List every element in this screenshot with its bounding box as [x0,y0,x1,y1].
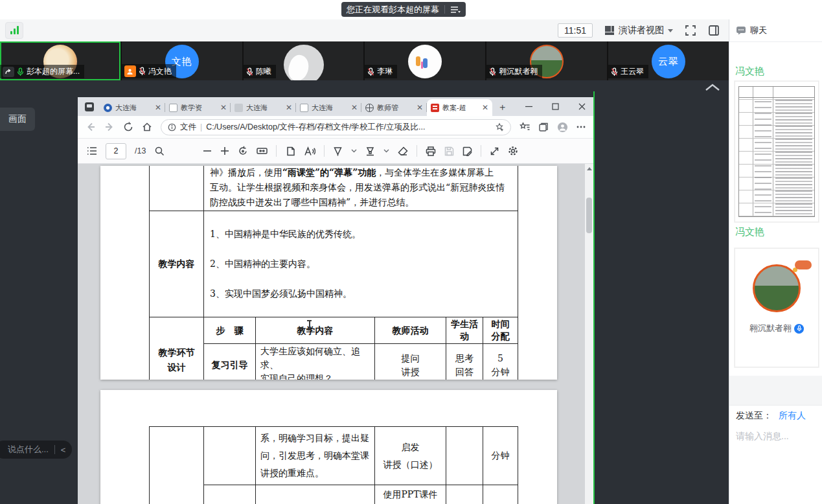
info-icon[interactable] [168,123,176,132]
browser-tab-3[interactable]: 大连海 ✕ [231,99,296,116]
profile-avatar-icon[interactable] [557,122,568,133]
draw-pen-chevron-icon[interactable] [351,149,357,153]
danmaku-divider [54,445,55,454]
avatar-caption: 翱沉默者翱 [749,323,792,334]
highlighter-icon[interactable] [365,146,375,156]
search-icon[interactable] [154,146,165,156]
tab-close-icon[interactable]: ✕ [220,104,227,111]
col-header-content: 教学内容 [256,317,375,344]
mic-muted-icon [139,67,146,76]
workspaces-icon[interactable] [84,102,95,112]
scroll-up-icon[interactable] [587,167,592,170]
video-tile-wangyuncui[interactable]: 云翠 王云翠 [608,41,729,80]
settings-gear-icon[interactable] [508,146,518,156]
chat-image-avatar[interactable]: 翱沉默者翱 [735,248,819,367]
window-minimize-button[interactable] [525,103,532,110]
row-header-teaching-content: 教学内容 [150,211,204,317]
danmaku-collapse-icon[interactable]: < [61,445,66,455]
empty-cell [204,485,256,504]
pdf-toolbar: 2 /13 [78,139,593,164]
tab-close-icon[interactable]: ✕ [417,104,423,111]
favorites-bar-icon[interactable] [519,122,530,132]
host-badge-icon [124,65,136,77]
empty-cell [483,485,518,504]
participant-name: 陈曦 [256,66,271,77]
banner-menu-icon[interactable] [450,6,461,14]
window-maximize-button[interactable] [552,103,559,110]
eraser-icon[interactable] [398,146,408,155]
browser-menu-icon[interactable] [577,126,586,128]
url-field[interactable]: 文件 | C:/Users/A/Desktop/文件-存档/存档文件/学校工作/… [161,119,511,135]
frame-label[interactable]: 画面 [0,108,35,131]
video-tile-aochenmozheao[interactable]: 翱沉默者翱 [486,41,607,80]
empty-cell [446,485,483,504]
browser-tab-4[interactable]: 大连海 ✕ [296,99,361,116]
home-icon[interactable] [142,122,152,132]
scrollbar-thumb[interactable] [586,198,592,233]
new-tab-button[interactable]: ＋ [497,102,507,111]
col-header-step: 步 骤 [204,317,256,344]
participant-filmstrip: 彭本超的屏幕... 文艳 冯文艳 陈曦 [0,41,729,80]
view-mode-button[interactable]: 演讲者视图 [604,25,673,36]
participant-name: 冯文艳 [148,66,172,77]
video-tile-chenxi[interactable]: 陈曦 [244,41,364,80]
side-panel-button[interactable] [708,25,720,36]
mic-muted-icon [246,67,253,76]
page-number-input[interactable]: 2 [106,143,126,159]
browser-tab-active-pdf[interactable]: 教案-超 ✕ [427,99,492,116]
browser-tab-2[interactable]: 教学资 ✕ [165,99,231,116]
browser-tab-5[interactable]: 教师管 ✕ [361,99,427,116]
collections-icon[interactable] [538,122,549,132]
tab-close-icon[interactable]: ✕ [482,104,488,111]
read-aloud-icon[interactable] [304,146,315,156]
chat-message-input[interactable]: 请输入消息... [736,431,789,442]
document-favicon [169,104,177,112]
avatar: 云翠 [652,45,685,78]
col-header-student: 学生活 动 [446,317,483,344]
video-tile-pengbenchao-screen[interactable]: 彭本超的屏幕... [0,41,120,80]
video-tile-fengwenyan[interactable]: 文艳 冯文艳 [122,41,242,80]
empty-cell [150,427,204,504]
save-as-icon[interactable] [462,146,472,156]
zoom-out-icon[interactable] [203,146,212,155]
window-close-button[interactable] [578,103,586,110]
favorite-add-icon[interactable] [495,122,504,132]
page-view-icon[interactable] [285,146,295,156]
reload-icon[interactable] [123,122,133,132]
expand-icon[interactable] [490,146,499,156]
toc-icon[interactable] [87,146,97,155]
tab-close-icon[interactable]: ✕ [155,104,161,111]
mic-muted-icon [611,67,618,76]
rotate-icon[interactable] [238,146,248,156]
fullscreen-button[interactable] [685,25,696,36]
send-to-audience[interactable]: 所有人 [779,410,806,420]
tab-close-icon[interactable]: ✕ [351,104,358,111]
chat-image-table[interactable] [735,81,819,222]
mic-muted-icon [489,67,496,76]
forward-icon[interactable] [104,122,115,132]
chevron-down-icon [668,29,673,32]
meeting-window: 您正在观看彭本超的屏幕 11:51 演讲者视图 [0,0,822,504]
draw-pen-icon[interactable] [333,146,343,156]
row-header-design: 教学环节 设计 [150,317,204,380]
participant-name: 彭本超的屏幕... [27,66,80,77]
pdf-scrollbar[interactable] [585,164,593,504]
video-tile-lilin[interactable]: 李琳 [365,41,485,80]
avatar [408,45,442,78]
col-header-teacher: 教师活动 [375,317,446,344]
browser-tab-1[interactable]: 大连海 ✕ [100,99,165,116]
participant-name: 李琳 [377,66,393,77]
print-icon[interactable] [426,146,436,156]
fit-width-icon[interactable] [257,146,268,155]
tab-close-icon[interactable]: ✕ [286,104,292,111]
chat-input-separator [729,376,822,406]
danmaku-input[interactable]: 说点什么... < [0,441,72,459]
pdf-viewer: 神》播放后，使用“雨课堂”的“弹幕”功能，与全体学生在多媒体屏幕上 互动。让学生… [78,164,593,504]
back-icon[interactable] [86,122,96,132]
zoom-in-icon[interactable] [220,146,229,155]
collapse-filmstrip-button[interactable] [705,83,720,91]
mic-badge-icon [794,324,804,334]
network-quality-indicator[interactable] [5,22,23,39]
highlighter-chevron-icon[interactable] [383,149,389,153]
chat-messages: 冯文艳 冯文艳 翱沉默者翱 发送至：所有 [729,42,822,504]
